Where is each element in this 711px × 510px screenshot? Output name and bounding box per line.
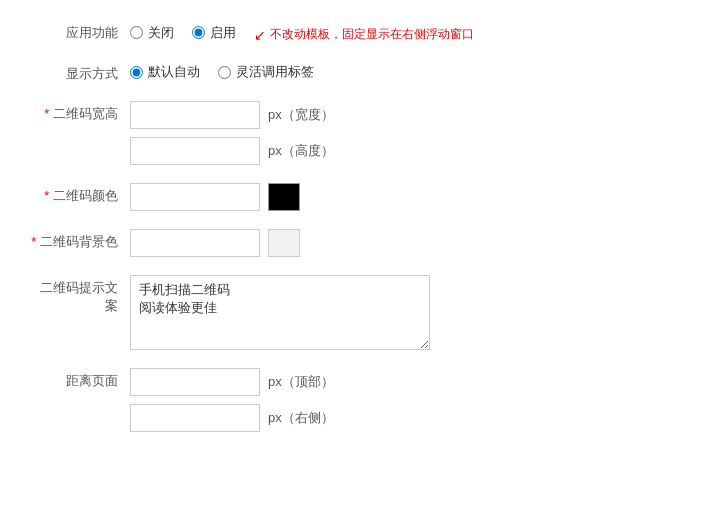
qr-size-label: 二维码宽高 bbox=[30, 101, 130, 123]
qr-color-content: #000000 bbox=[130, 183, 681, 211]
apply-function-row: 应用功能 关闭 启用 ↙ 不改动模板，固定显示在右侧浮动窗口 bbox=[30, 20, 681, 43]
distance-right-unit: px（右侧） bbox=[268, 409, 334, 427]
distance-top-input[interactable]: 50 bbox=[130, 368, 260, 396]
radio-custom-label: 灵活调用标签 bbox=[236, 63, 314, 81]
hint-text: 不改动模板，固定显示在右侧浮动窗口 bbox=[270, 26, 474, 43]
radio-auto-input[interactable] bbox=[130, 66, 143, 79]
qr-bg-color-swatch[interactable] bbox=[268, 229, 300, 257]
qr-tip-textarea[interactable]: 手机扫描二维码 阅读体验更佳 bbox=[130, 275, 430, 350]
qr-color-input-row: #000000 bbox=[130, 183, 681, 211]
qr-tip-content: 手机扫描二维码 阅读体验更佳 bbox=[130, 275, 681, 350]
qr-tip-row: 二维码提示文案 手机扫描二维码 阅读体验更佳 bbox=[30, 275, 681, 350]
qr-bg-color-row: 二维码背景色 #f2f2f2 bbox=[30, 229, 681, 257]
apply-function-radio-group: 关闭 启用 ↙ 不改动模板，固定显示在右侧浮动窗口 bbox=[130, 20, 681, 43]
display-mode-radio-group: 默认自动 灵活调用标签 bbox=[130, 61, 681, 81]
qr-color-row: 二维码颜色 #000000 bbox=[30, 183, 681, 211]
distance-label: 距离页面 bbox=[30, 368, 130, 390]
radio-on-input[interactable] bbox=[192, 26, 205, 39]
qr-bg-color-input[interactable]: #f2f2f2 bbox=[130, 229, 260, 257]
apply-function-label: 应用功能 bbox=[30, 20, 130, 42]
distance-content: 50 px（顶部） 20 px（右侧） bbox=[130, 368, 681, 432]
display-mode-content: 默认自动 灵活调用标签 bbox=[130, 61, 681, 81]
arrow-icon: ↙ bbox=[254, 27, 266, 43]
radio-off-label: 关闭 bbox=[148, 24, 174, 42]
distance-top-row: 50 px（顶部） bbox=[130, 368, 681, 396]
qr-size-content: 136 px（宽度） 136 px（高度） bbox=[130, 101, 681, 165]
radio-auto[interactable]: 默认自动 bbox=[130, 63, 200, 81]
radio-off-input[interactable] bbox=[130, 26, 143, 39]
radio-custom[interactable]: 灵活调用标签 bbox=[218, 63, 314, 81]
radio-auto-label: 默认自动 bbox=[148, 63, 200, 81]
qr-bg-color-label: 二维码背景色 bbox=[30, 229, 130, 251]
display-mode-label: 显示方式 bbox=[30, 61, 130, 83]
radio-on-label: 启用 bbox=[210, 24, 236, 42]
hint-text-row: ↙ 不改动模板，固定显示在右侧浮动窗口 bbox=[254, 26, 474, 43]
distance-right-row: 20 px（右侧） bbox=[130, 404, 681, 432]
qr-bg-color-input-row: #f2f2f2 bbox=[130, 229, 681, 257]
qr-color-label: 二维码颜色 bbox=[30, 183, 130, 205]
qr-height-unit: px（高度） bbox=[268, 142, 334, 160]
radio-custom-input[interactable] bbox=[218, 66, 231, 79]
radio-off[interactable]: 关闭 bbox=[130, 24, 174, 42]
distance-right-input[interactable]: 20 bbox=[130, 404, 260, 432]
qr-color-swatch[interactable] bbox=[268, 183, 300, 211]
qr-tip-label: 二维码提示文案 bbox=[30, 275, 130, 315]
display-mode-row: 显示方式 默认自动 灵活调用标签 bbox=[30, 61, 681, 83]
qr-size-row: 二维码宽高 136 px（宽度） 136 px（高度） bbox=[30, 101, 681, 165]
apply-function-content: 关闭 启用 ↙ 不改动模板，固定显示在右侧浮动窗口 bbox=[130, 20, 681, 43]
qr-width-input[interactable]: 136 bbox=[130, 101, 260, 129]
radio-on[interactable]: 启用 bbox=[192, 24, 236, 42]
distance-row: 距离页面 50 px（顶部） 20 px（右侧） bbox=[30, 368, 681, 432]
qr-bg-color-content: #f2f2f2 bbox=[130, 229, 681, 257]
qr-height-row: 136 px（高度） bbox=[130, 137, 681, 165]
qr-height-input[interactable]: 136 bbox=[130, 137, 260, 165]
qr-color-input[interactable]: #000000 bbox=[130, 183, 260, 211]
qr-width-row: 136 px（宽度） bbox=[130, 101, 681, 129]
distance-top-unit: px（顶部） bbox=[268, 373, 334, 391]
qr-width-unit: px（宽度） bbox=[268, 106, 334, 124]
